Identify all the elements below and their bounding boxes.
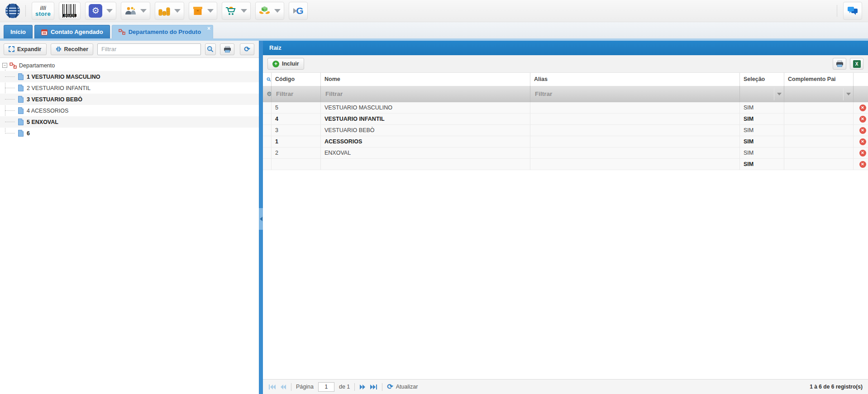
cell-complemento-pai [784,159,854,170]
tree-root-label: Departamento [19,62,55,69]
delete-row-button[interactable]: ✕ [859,150,866,157]
column-header-selecao[interactable]: Seleção [740,73,784,86]
previous-page-button[interactable] [280,385,286,389]
tree-item[interactable]: 1 VESTUARIO MASCULINO [0,71,259,82]
tree-refresh-button[interactable]: ⟳ [240,43,254,55]
cell-alias [530,147,740,158]
grid-print-button[interactable] [833,58,846,70]
printer-icon [836,61,844,67]
delete-row-button[interactable]: ✕ [859,127,866,134]
table-row[interactable]: 5 VESTUARIO MASCULINO SIM ✕ [263,102,868,114]
row-gutter [263,136,272,147]
filter-dropdown-button[interactable] [843,88,853,100]
filter-alias[interactable]: Filtrar [530,86,740,102]
last-page-button[interactable] [370,385,377,389]
filter-actions [854,86,868,102]
people-menu-button[interactable] [121,2,150,20]
column-header-codigo[interactable]: Código [272,73,321,86]
collapse-all-button[interactable]: Recolher [51,43,94,55]
expand-all-button[interactable]: Expandir [4,43,47,55]
filter-dropdown-button[interactable] [774,88,784,100]
tree-item[interactable]: 6 [0,128,259,139]
table-row[interactable]: 3 VESTUARIO BEBÒ SIM ✕ [263,125,868,136]
chat-bubbles-icon [847,6,858,16]
cell-alias [530,114,740,124]
finance-menu-button[interactable] [155,2,184,20]
chat-button[interactable] [843,2,862,20]
products-menu-button[interactable] [189,2,217,20]
tree-root-departamento[interactable]: − Departamento [0,60,259,71]
settings-menu-button[interactable]: ⚙ [85,2,116,20]
filter-complemento-pai[interactable] [784,86,854,102]
boleto-button[interactable]: BOLETO [59,2,81,20]
tab-inicio[interactable]: Início [4,25,33,38]
illi-store-button[interactable]: illi store [32,2,54,20]
filter-codigo[interactable]: Filtrar [272,86,321,102]
table-row[interactable]: SIM ✕ [263,159,868,170]
cell-alias [530,102,740,113]
refresh-grid-button[interactable]: ⟳ Atualizar [387,383,418,390]
column-header-complemento-pai[interactable]: Complemento Pai [784,73,854,86]
grid-panel: Raiz + Incluir X [263,41,868,394]
tree-item-label: 5 ENXOVAL [27,119,58,125]
panel-splitter[interactable] [259,41,263,394]
row-gutter [263,114,272,124]
page-of-label: de 1 [339,384,350,390]
tree-item[interactable]: 4 ACESSORIOS [0,105,259,116]
delete-row-button[interactable]: ✕ [859,161,866,168]
plus-icon: + [272,61,279,67]
page-icon [18,107,24,114]
grid-export-excel-button[interactable]: X [850,58,863,70]
page-icon [18,130,24,137]
row-gutter [263,102,272,113]
tree-search-button[interactable] [205,43,216,55]
table-row[interactable]: 2 ENXOVAL SIM ✕ [263,147,868,159]
splitter-collapse-handle[interactable] [259,208,263,230]
tree-filter-input[interactable] [97,43,201,55]
delete-row-button[interactable]: ✕ [859,104,866,111]
expand-icon [9,46,14,52]
cell-codigo: 4 [272,114,321,124]
chevron-down-icon [777,93,782,95]
page-icon [18,96,24,103]
column-header-alias[interactable]: Alias [530,73,740,86]
tree-item[interactable]: 3 VESTUARIO BEBÒ [0,94,259,105]
filter-selecao[interactable] [740,86,784,102]
gear-icon: ⚙ [89,4,102,18]
cell-nome: ACESSORIOS [321,136,530,147]
tree-item-label: 6 [27,130,30,137]
close-icon[interactable]: × [207,26,210,31]
row-gutter [263,125,272,136]
delete-row-button[interactable]: ✕ [859,116,866,123]
cell-codigo: 5 [272,102,321,113]
add-record-button[interactable]: + Incluir [267,58,304,70]
table-row[interactable]: 4 VESTUARIO INFANTIL SIM ✕ [263,114,868,125]
tree-item[interactable]: 5 ENXOVAL [0,116,259,128]
column-header-nome[interactable]: Nome [321,73,530,86]
sales-menu-button[interactable] [222,2,251,20]
cell-complemento-pai [784,136,854,147]
chevron-down-icon [846,93,851,95]
grid-settings-gutter[interactable]: ⚙ [263,86,272,102]
cell-selecao: SIM [740,147,784,158]
first-page-button[interactable] [268,385,276,389]
table-row[interactable]: 1 ACESSORIOS SIM ✕ [263,136,868,147]
tree-item[interactable]: 2 VESTUARIO INFANTIL [0,82,259,94]
top-toolbar: illi store BOLETO ⚙ [0,0,868,22]
delete-row-button[interactable]: ✕ [859,138,866,145]
page-number-input[interactable] [318,382,334,392]
pagination-separator [291,383,291,391]
chevron-down-icon [241,9,247,13]
illi-store-label: illi store [35,5,51,17]
next-page-button[interactable] [359,385,366,389]
stock-menu-button[interactable] [255,2,284,20]
tree-print-button[interactable] [220,43,234,55]
filter-nome[interactable]: Filtrar [321,86,530,102]
grid-search-gutter[interactable] [263,73,272,86]
tab-departamento-produto[interactable]: Departamento do Produto × [112,25,213,38]
chevron-down-icon [274,9,281,13]
tab-contato-agendado[interactable]: Contato Agendado [34,25,110,38]
g-sync-button[interactable]: G [289,2,308,20]
collapse-toggle-icon[interactable]: − [2,63,7,68]
cell-complemento-pai [784,102,854,113]
